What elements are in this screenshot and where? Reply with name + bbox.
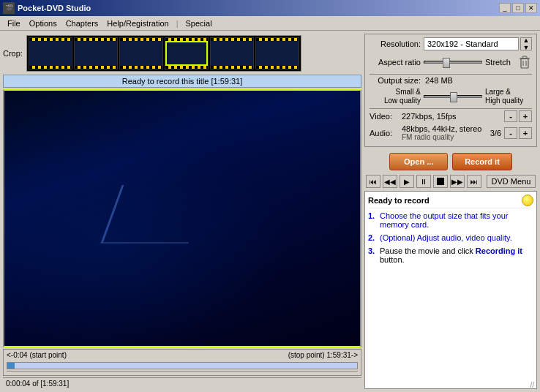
quality-slider[interactable] [424,95,482,98]
playback-time: 0:00:04 of [1:59:31] [6,380,69,388]
audio-minus-button[interactable]: - [504,127,517,139]
menu-bar: File Options Chapters Help/Registration … [0,16,540,31]
bottom-status: 0:00:04 of [1:59:31] // [3,377,361,389]
stop-button[interactable] [433,175,448,188]
record-button[interactable]: Record it [452,153,512,170]
trash-icon[interactable] [517,53,532,71]
timeline-area: <-0:04 (start point) (stop point) 1:59:3… [3,349,361,376]
output-size-value: 248 MB [425,76,453,85]
rewind-button[interactable]: ◀◀ [383,175,397,188]
info-num-2: 2. [368,233,377,242]
quality-right-label: Large & High quality [485,88,523,105]
close-button[interactable]: ✕ [525,3,537,13]
timeline-labels: <-0:04 (start point) (stop point) 1:59:3… [4,350,361,361]
resolution-select[interactable]: 320x192 - Standard [424,37,519,50]
film-frame-6[interactable] [255,37,299,69]
video-plus-button[interactable]: + [519,110,532,122]
info-num-1: 1. [368,211,377,229]
menu-help[interactable]: Help/Registration [102,18,173,29]
settings-section: Resolution: 320x192 - Standard ▲▼ Aspect… [364,34,537,147]
title-bar: 🎬 Pocket-DVD Studio _ □ ✕ [0,0,540,16]
aspect-ratio-slider[interactable] [424,61,482,64]
info-text-3: Pause the movie and click Recording it b… [380,246,533,264]
audio-plus-button[interactable]: + [519,127,532,139]
audio-value: 48kbps, 44kHz, stereo [402,124,487,133]
video-frame [4,91,360,346]
left-panel: Crop: Ready to record this title [1:59:3… [3,34,361,389]
divider-2 [370,108,532,109]
resolution-label: Resolution: [370,39,421,48]
timeline-end: (stop point) 1:59:31-> [288,351,358,359]
info-num-3: 3. [368,246,377,264]
quality-thumb[interactable] [450,92,457,102]
info-bold: Recording it [476,246,522,255]
resolution-dropdown: 320x192 - Standard ▲▼ [424,37,532,50]
fast-forward-button[interactable]: ▶▶ [450,175,465,188]
menu-options[interactable]: Options [25,18,61,29]
audio-pm-buttons: - + [504,127,532,139]
timeline-start: <-0:04 (start point) [7,351,67,359]
transport-controls: ⏮ ◀◀ ▶ ⏸ ▶▶ ⏭ DVD Menu [364,175,537,188]
window-title: Pocket-DVD Studio [18,4,499,12]
film-strip [26,35,301,72]
status-bar: Ready to record this title [1:59:31] [3,75,361,88]
video-minus-button[interactable]: - [504,110,517,122]
play-button[interactable]: ▶ [400,175,414,188]
dvd-menu-button[interactable]: DVD Menu [487,175,536,188]
audio-track-info: 3/6 - + [490,127,532,139]
skip-end-button[interactable]: ⏭ [467,175,481,188]
svg-rect-2 [522,56,527,59]
audio-label: Audio: [370,129,399,137]
info-item-2: 2. (Optional) Adjust audio, video qualit… [368,233,533,242]
timeline-bar[interactable] [7,362,358,369]
info-header: Ready to record [368,195,533,208]
film-frame-3[interactable] [119,37,163,69]
resolution-dropdown-arrow[interactable]: ▲▼ [520,37,532,50]
film-frame-2[interactable] [74,37,118,69]
resolution-row: Resolution: 320x192 - Standard ▲▼ [370,37,532,50]
info-status: Ready to record [368,196,430,205]
video-pm-buttons: - + [504,110,532,122]
menu-separator: | [173,19,181,28]
info-item-3: 3. Pause the movie and click Recording i… [368,246,533,264]
film-frame-5[interactable] [210,37,254,69]
audio-sub: FM radio quality [402,133,487,141]
audio-row: Audio: 48kbps, 44kHz, stereo FM radio qu… [370,124,532,141]
aspect-ratio-value: Stretch [485,58,511,67]
minimize-button[interactable]: _ [499,3,511,13]
menu-chapters[interactable]: Chapters [61,18,103,29]
app-icon: 🎬 [3,2,15,14]
aspect-ratio-thumb[interactable] [443,58,450,68]
crop-label: Crop: [3,49,23,58]
open-button[interactable]: Open ... [389,153,448,170]
resize-grip: // [530,381,534,389]
info-item-1: 1. Choose the output size that fits your… [368,211,533,229]
window-controls: _ □ ✕ [499,3,537,13]
video-preview[interactable] [3,89,361,347]
aspect-ratio-row: Aspect ratio Stretch [370,53,532,71]
maximize-button[interactable]: □ [512,3,524,13]
status-icon [522,195,533,206]
film-strip-area: Crop: [3,34,361,73]
pause-button[interactable]: ⏸ [416,175,431,188]
info-text-2: (Optional) Adjust audio, video quality. [380,233,512,242]
divider-1 [370,74,532,75]
menu-file[interactable]: File [3,18,25,29]
right-panel: Resolution: 320x192 - Standard ▲▼ Aspect… [364,34,537,389]
main-window: Crop: Ready to record this title [1:59:3… [0,31,540,392]
film-frame-1[interactable] [29,37,72,69]
output-size-row: Output size: 248 MB [370,76,532,85]
timeline-ticks [7,371,358,375]
svg-rect-0 [521,59,528,68]
video-value: 227kbps, 15fps [402,112,501,121]
video-row: Video: 227kbps, 15fps - + [370,110,532,122]
quality-left-label: Small & Low quality [370,88,421,105]
skip-start-button[interactable]: ⏮ [366,175,380,188]
audio-track: 3/6 [490,129,501,137]
aspect-ratio-label: Aspect ratio [370,58,421,67]
video-shape [100,185,209,244]
aspect-ratio-slider-container: Stretch [424,58,514,67]
film-frame-4[interactable] [165,37,209,69]
menu-special[interactable]: Special [181,18,217,29]
action-buttons: Open ... Record it [364,153,537,170]
